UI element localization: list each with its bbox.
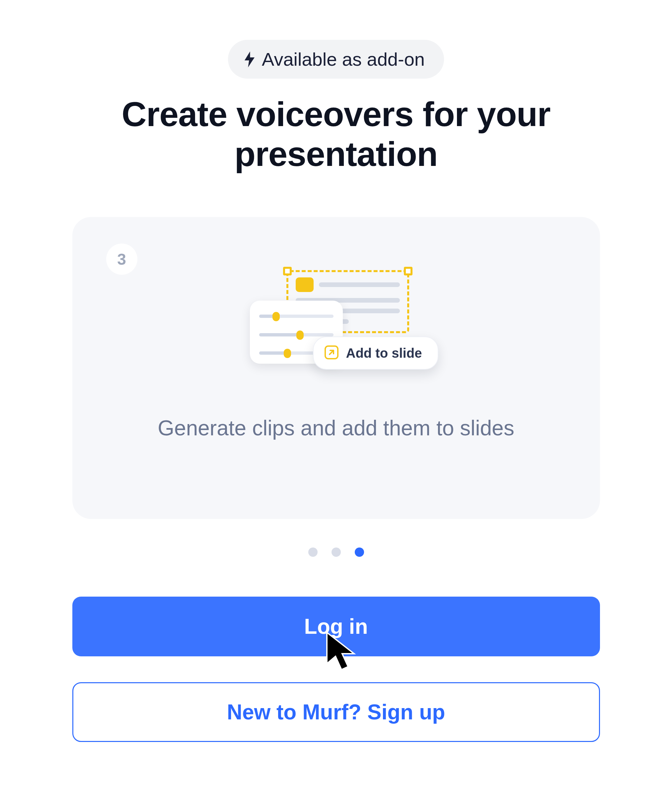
illustration: Add to slide	[230, 270, 442, 383]
signup-button[interactable]: New to Murf? Sign up	[72, 682, 600, 742]
add-to-slide-chip: Add to slide	[313, 337, 439, 370]
login-button[interactable]: Log in	[72, 596, 600, 656]
page-title: Create voiceovers for your presentation	[71, 95, 601, 174]
onboarding-card: 3	[72, 217, 600, 519]
step-number-badge: 3	[106, 243, 137, 275]
pagination-dot[interactable]	[308, 547, 317, 557]
addon-badge: Available as add-on	[228, 40, 444, 79]
pagination-dot[interactable]	[355, 547, 364, 557]
add-to-slide-chip-label: Add to slide	[346, 346, 422, 361]
card-caption: Generate clips and add them to slides	[72, 413, 600, 444]
addon-badge-label: Available as add-on	[262, 48, 425, 70]
pagination-dot[interactable]	[332, 547, 341, 557]
pagination-dots	[308, 547, 364, 557]
resize-handle-icon	[283, 267, 292, 275]
lightning-icon	[243, 51, 256, 67]
export-arrow-icon	[324, 345, 339, 361]
text-block-icon	[296, 278, 314, 292]
resize-handle-icon	[404, 267, 412, 275]
